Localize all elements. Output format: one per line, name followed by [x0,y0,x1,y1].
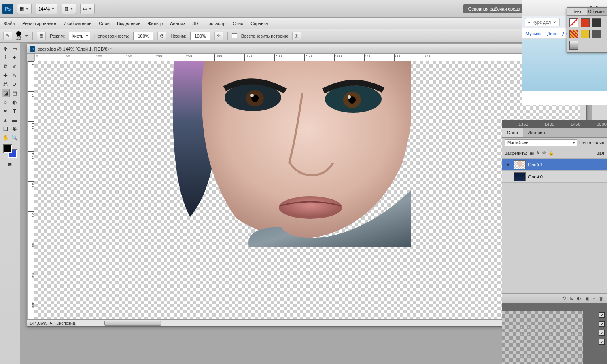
heal-tool[interactable]: ✚ [2,71,10,79]
eraser-tool[interactable]: ◪ [2,89,10,97]
brush-tool[interactable]: ✎ [11,71,19,79]
brush-preset-picker[interactable]: 28 [16,31,21,40]
menu-view[interactable]: Просмотр [205,21,225,26]
layer-row[interactable]: Слой 0 [502,171,607,183]
bridge-button[interactable]: ▦ [17,4,32,14]
quick-mask-button[interactable]: ◙ [6,160,14,168]
vertical-ruler[interactable]: 050100150200250300350400 [27,61,34,319]
color-tab[interactable]: Цвет [567,8,587,15]
link-layers-icon[interactable]: ⟲ [562,296,566,301]
check-icon[interactable]: ✓ [599,321,605,327]
history-tab[interactable]: История [523,128,550,137]
layer-name[interactable]: Слой 1 [528,162,543,167]
menu-select[interactable]: Выделение [117,21,140,26]
flow-input[interactable]: 100% [190,32,210,40]
swatch-pattern[interactable] [569,30,578,38]
view-grid-button[interactable]: ▥ [62,4,76,14]
check-icon[interactable]: ✓ [599,339,605,345]
bookmark-music[interactable]: Музыка [526,31,541,36]
color-swatch[interactable] [4,145,17,158]
canvas[interactable] [34,61,580,319]
swatch-dark[interactable] [592,18,601,27]
hand-tool[interactable]: ✋ [2,133,10,142]
browser-tab[interactable]: ▪Курс дол× [525,18,560,26]
layer-row[interactable]: 👁 Слой 1 [502,159,607,171]
lock-position-icon[interactable]: ✥ [542,150,546,156]
zoom-tool[interactable]: 🔍 [11,133,19,142]
swatch-gradient[interactable] [569,41,578,50]
document-titlebar[interactable]: Ps ozero.jpg @ 144% (Слой 1, RGB/8) * — … [27,44,586,54]
bookmark-disk[interactable]: Диск [547,31,557,36]
menu-layer[interactable]: Слои [99,21,110,26]
tab-close-icon[interactable]: × [553,20,556,25]
layer-fx-icon[interactable]: fx [570,296,573,301]
3d-cam-tool[interactable]: ◉ [11,125,19,133]
new-group-icon[interactable]: ▣ [585,296,589,301]
menu-help[interactable]: Справка [250,21,268,26]
swatch-yellow[interactable] [581,30,590,38]
dodge-tool[interactable]: ◐ [11,98,19,106]
crop-tool[interactable]: ⧉ [2,62,10,70]
workspace-switcher[interactable]: Основная рабочая среда [463,4,525,13]
shape-tool[interactable]: ▬ [11,116,19,124]
layer-thumbnail[interactable] [514,172,526,181]
blur-tool[interactable]: ○ [2,98,10,106]
swatches-tab[interactable]: Образцы [587,8,607,15]
opacity-label: Непрозрачность: [94,34,129,38]
marquee-tool[interactable]: ▭ [11,44,19,53]
brush-dropdown-icon[interactable] [25,35,28,37]
menu-filter[interactable]: Фильтр [148,21,163,26]
menu-edit[interactable]: Редактирование [22,21,56,26]
menu-3d[interactable]: 3D [192,21,198,26]
lock-all-icon[interactable]: 🔒 [548,150,554,156]
3d-tool[interactable]: ❏ [2,125,10,133]
check-icon[interactable]: ✓ [599,312,605,318]
status-zoom[interactable]: 144,06% [30,321,47,326]
type-tool[interactable]: T [11,107,19,115]
layer-mask-icon[interactable]: ◐ [577,296,581,301]
swatch-gray[interactable] [592,30,601,38]
layer-thumbnail[interactable] [514,160,526,169]
screen-mode-button[interactable]: ▭ [80,4,95,14]
toolbox: ✥▭ ⌇✦ ⧉✐ ✚✎ ⌘↺ ◪▤ ○◐ ✒T ▴▬ ❏◉ ✋🔍 ◙ [0,43,20,364]
menu-window[interactable]: Окно [233,21,244,26]
visibility-icon[interactable]: 👁 [505,161,511,168]
restore-history-checkbox[interactable] [232,33,237,38]
lasso-tool[interactable]: ⌇ [2,53,10,61]
move-tool[interactable]: ✥ [2,44,10,53]
brush-panel-button[interactable]: ▨ [37,32,46,40]
menu-file[interactable]: Файл [4,21,15,26]
tablet-pressure-button[interactable]: ◎ [292,32,301,40]
blend-mode-select[interactable]: Мягкий свет [505,139,577,146]
delete-layer-icon[interactable]: 🗑 [599,296,603,301]
layer-name[interactable]: Слой 0 [528,174,543,179]
tool-preset-button[interactable]: ✎ [3,32,12,40]
airbrush-button[interactable]: ✈ [214,32,223,40]
lock-pixels-icon[interactable]: ✎ [536,150,540,156]
gradient-tool[interactable]: ▤ [11,89,19,97]
color-panel[interactable]: Цвет Образцы [567,7,607,53]
menu-analysis[interactable]: Анализ [170,21,185,26]
check-icon[interactable]: ✓ [599,330,605,336]
zoom-level-dropdown[interactable]: 144% [36,4,57,14]
background-checks: ✓ ✓ ✓ ✓ [599,312,605,345]
swatch-red[interactable] [581,18,590,27]
horizontal-ruler[interactable]: 050100150200250300350400450500550600650 [34,54,580,61]
path-select-tool[interactable]: ▴ [2,116,10,124]
pen-tool[interactable]: ✒ [2,107,10,115]
history-brush-tool[interactable]: ↺ [11,80,19,88]
lock-transparent-icon[interactable]: ▦ [530,150,534,156]
layers-tab[interactable]: Слои [502,128,523,137]
eyedropper-tool[interactable]: ✐ [11,62,19,70]
no-color-swatch[interactable] [569,18,578,27]
new-layer-icon[interactable]: ▫ [593,296,595,301]
app-toolbar: Ps ▦ 144% ▥ ▭ Основная рабочая среда » C… [0,0,607,18]
visibility-icon[interactable] [505,174,511,180]
menu-image[interactable]: Изображение [64,21,91,26]
opacity-pressure-button[interactable]: ◔ [157,32,166,40]
quick-select-tool[interactable]: ✦ [11,53,19,61]
stamp-tool[interactable]: ⌘ [2,80,10,88]
blend-mode-dropdown[interactable]: Кисть [69,32,90,40]
layer-list: 👁 Слой 1 Слой 0 [502,159,607,183]
opacity-input[interactable]: 100% [133,32,153,40]
